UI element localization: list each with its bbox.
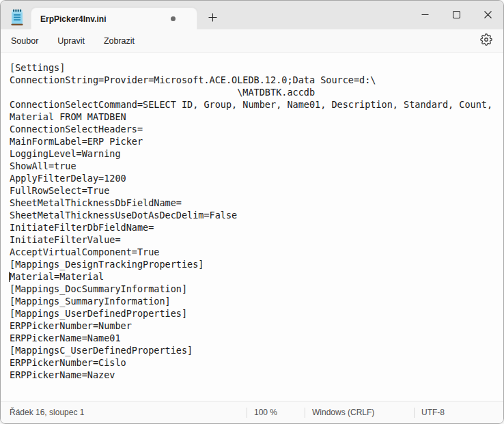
plus-icon — [208, 13, 217, 24]
titlebar[interactable]: ErpPicker4Inv.ini — [1, 1, 503, 29]
tab-title: ErpPicker4Inv.ini — [40, 14, 107, 24]
notepad-app-icon — [11, 9, 23, 26]
new-tab-button[interactable] — [204, 10, 221, 27]
editor-area[interactable]: [Settings] ConnectionString=Provider=Mic… — [1, 53, 503, 401]
cursor-position: Řádek 16, sloupec 1 — [1, 401, 247, 423]
close-button[interactable] — [472, 1, 503, 29]
menubar: Soubor Upravit Zobrazit — [1, 29, 503, 53]
statusbar: Řádek 16, sloupec 1 100 % Windows (CRLF)… — [1, 401, 503, 423]
menu-zobrazit[interactable]: Zobrazit — [94, 32, 144, 50]
line-ending[interactable]: Windows (CRLF) — [305, 401, 414, 423]
zoom-level[interactable]: 100 % — [247, 401, 305, 423]
minimize-button[interactable] — [409, 1, 440, 29]
maximize-icon — [453, 10, 460, 20]
tab-erppicker4inv[interactable]: ErpPicker4Inv.ini — [31, 8, 197, 29]
text-caret — [9, 272, 10, 282]
menu-soubor[interactable]: Soubor — [1, 32, 48, 50]
text-content[interactable]: [Settings] ConnectionString=Provider=Mic… — [1, 53, 503, 381]
settings-button[interactable] — [475, 31, 497, 51]
unsaved-dot-icon[interactable] — [171, 16, 176, 21]
maximize-button[interactable] — [440, 1, 472, 29]
caption-buttons — [409, 1, 503, 29]
menu-upravit[interactable]: Upravit — [48, 32, 94, 50]
close-icon — [484, 10, 492, 20]
gear-icon — [480, 33, 492, 48]
notepad-window: ErpPicker4Inv.ini — [0, 0, 504, 424]
minimize-icon — [421, 10, 429, 20]
encoding[interactable]: UTF-8 — [415, 401, 503, 423]
